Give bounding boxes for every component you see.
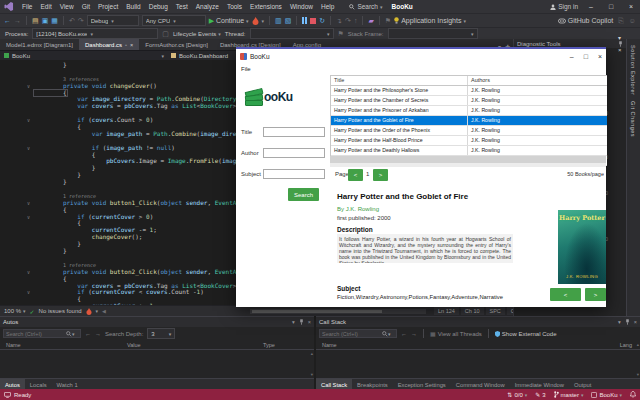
book-row[interactable]: Harry Potter and the Half-Blood PrinceJ.…: [331, 136, 607, 146]
tab-dashboard-cs[interactable]: Dashboard.cs◦×: [79, 39, 139, 50]
menu-view[interactable]: View: [56, 2, 78, 11]
pending-edits[interactable]: ✎ 3: [535, 391, 545, 398]
undo-icon[interactable]: ↶: [69, 17, 75, 24]
scrollbar-thumb[interactable]: [252, 310, 382, 313]
prev-page-button[interactable]: <: [348, 169, 363, 181]
fold-chevron-icon[interactable]: ∨: [0, 117, 34, 124]
close-button[interactable]: ×: [624, 3, 638, 10]
search-depth-dropdown[interactable]: 3▾: [147, 328, 175, 339]
scroll-up-icon[interactable]: ▴: [311, 351, 313, 356]
user-feedback-icon[interactable]: ☺: [629, 17, 636, 24]
step-into-icon[interactable]: ↴: [336, 17, 342, 24]
horizontal-scrollbar[interactable]: [250, 309, 426, 314]
menu-debug[interactable]: Debug: [145, 2, 172, 11]
call-stack-search-input[interactable]: [322, 331, 382, 337]
type-dropdown[interactable]: BooKu.Dashboard: [171, 53, 228, 59]
pin-icon[interactable]: [299, 319, 304, 325]
chevron-down-icon[interactable]: ▾: [618, 35, 621, 41]
scroll-left-icon[interactable]: ◀: [102, 308, 106, 314]
redo-icon[interactable]: ↷: [78, 17, 84, 24]
close-icon[interactable]: ×: [634, 319, 637, 325]
column-indicator[interactable]: Ch 10: [461, 307, 484, 315]
navigate-back-icon[interactable]: ←: [4, 17, 11, 24]
call-stack-body[interactable]: ▾: [316, 350, 640, 378]
new-file-icon[interactable]: ▤: [32, 17, 39, 24]
show-external-code-button[interactable]: Show External Code: [495, 331, 557, 337]
menu-tools[interactable]: Tools: [223, 2, 246, 11]
app-title-bar[interactable]: BooKu – □ ×: [236, 49, 606, 63]
fold-chevron-icon[interactable]: ∨: [0, 214, 34, 221]
autos-search-input[interactable]: [6, 331, 66, 337]
prev-cover-button[interactable]: <: [550, 288, 581, 301]
table-scrollbar[interactable]: [330, 163, 606, 167]
column-type[interactable]: Type: [257, 342, 275, 348]
tab-close-icon[interactable]: ×: [130, 42, 133, 48]
scroll-down-icon[interactable]: ▾: [311, 372, 313, 377]
search-back-icon[interactable]: ←: [401, 331, 407, 337]
book-row[interactable]: Harry Potter and the Prisoner of Azkaban…: [331, 106, 607, 116]
menu-analyze[interactable]: Analyze: [192, 2, 223, 11]
author-input[interactable]: [263, 148, 325, 158]
subject-input[interactable]: [263, 169, 325, 179]
pause-icon[interactable]: [302, 17, 307, 24]
book-author-link[interactable]: By J.K. Rowling: [337, 206, 379, 212]
restart-icon[interactable]: ↻: [319, 17, 325, 24]
app-close-button[interactable]: ×: [598, 53, 602, 60]
book-row[interactable]: Harry Potter and the Chamber of SecretsJ…: [331, 96, 607, 106]
maximize-button[interactable]: □: [604, 3, 618, 10]
zoom-level-dropdown[interactable]: 100 % ▾: [4, 308, 26, 314]
dock-tab-solution-explorer[interactable]: Solution Explorer: [630, 45, 636, 95]
book-row[interactable]: Harry Potter and the Order of the Phoeni…: [331, 126, 607, 136]
minimize-button[interactable]: –: [584, 3, 598, 10]
search-forward-icon[interactable]: →: [95, 331, 101, 337]
app-maximize-button[interactable]: □: [584, 53, 588, 60]
autos-body[interactable]: ▴ ▾: [0, 350, 314, 378]
next-cover-button[interactable]: >: [585, 288, 606, 301]
tab-model1-edmx-diagram1-[interactable]: Model1.edmx [Diagram1]: [0, 39, 79, 50]
sync-status[interactable]: ⇅ 0/0 ▾: [507, 391, 527, 398]
title-input[interactable]: [263, 127, 325, 137]
pin-icon[interactable]: [625, 319, 630, 325]
menu-window[interactable]: Window: [286, 2, 317, 11]
bell-icon[interactable]: [630, 391, 636, 398]
save-all-icon[interactable]: ▦: [51, 17, 58, 24]
scroll-down-icon[interactable]: ▾: [637, 372, 639, 377]
app-menu-file[interactable]: File: [241, 66, 251, 72]
menu-test[interactable]: Test: [172, 2, 192, 11]
process-dropdown[interactable]: [12104] BooKu.exe▾: [32, 28, 158, 39]
column-name[interactable]: Name: [316, 342, 337, 348]
chevron-down-icon[interactable]: ▾: [96, 308, 99, 314]
application-insights-dropdown[interactable]: Application Insights ▾: [394, 17, 466, 24]
chevron-down-icon[interactable]: ▾: [388, 331, 391, 337]
search-button[interactable]: Search: [288, 188, 319, 201]
search-back-icon[interactable]: ←: [85, 331, 91, 337]
watch-window-icon[interactable]: ▥: [275, 17, 282, 24]
chevron-down-icon[interactable]: ▾: [618, 319, 621, 325]
continue-button[interactable]: ▶ Continue ▾: [209, 17, 249, 24]
column-name[interactable]: Name: [0, 342, 121, 348]
chevron-down-icon[interactable]: ▾: [72, 331, 75, 337]
solution-config-dropdown[interactable]: Debug▾: [87, 15, 139, 26]
column-title[interactable]: Title: [331, 76, 468, 85]
menu-build[interactable]: Build: [122, 2, 144, 11]
hot-reload-icon[interactable]: [86, 308, 92, 315]
memory-window-icon[interactable]: ▧: [285, 17, 292, 24]
column-lang[interactable]: Lang: [614, 342, 632, 348]
global-search[interactable]: Search ▾: [349, 3, 382, 10]
menu-git[interactable]: Git: [78, 2, 94, 11]
book-row[interactable]: Harry Potter and the Deathly HallowsJ.K.…: [331, 146, 607, 156]
column-authors[interactable]: Authors: [468, 76, 607, 85]
stop-debug-icon[interactable]: [310, 18, 316, 24]
platform-dropdown[interactable]: Any CPU▾: [142, 15, 206, 26]
code-map-icon[interactable]: ▰: [368, 17, 373, 24]
chevron-down-icon[interactable]: ▾: [262, 18, 265, 24]
issues-status[interactable]: No issues found: [39, 308, 82, 314]
fold-chevron-icon[interactable]: ∨: [0, 145, 34, 152]
menu-edit[interactable]: Edit: [36, 2, 55, 11]
tab-formauthor-cs-design-[interactable]: FormAuthor.cs [Design]: [139, 39, 214, 50]
menu-help[interactable]: Help: [317, 2, 338, 11]
step-over-icon[interactable]: ↷: [345, 17, 351, 24]
repo-selector[interactable]: BooKu ▾: [591, 392, 622, 398]
fold-chevron-icon[interactable]: ∨: [0, 200, 34, 207]
send-feedback-icon[interactable]: ⎘: [618, 17, 624, 24]
